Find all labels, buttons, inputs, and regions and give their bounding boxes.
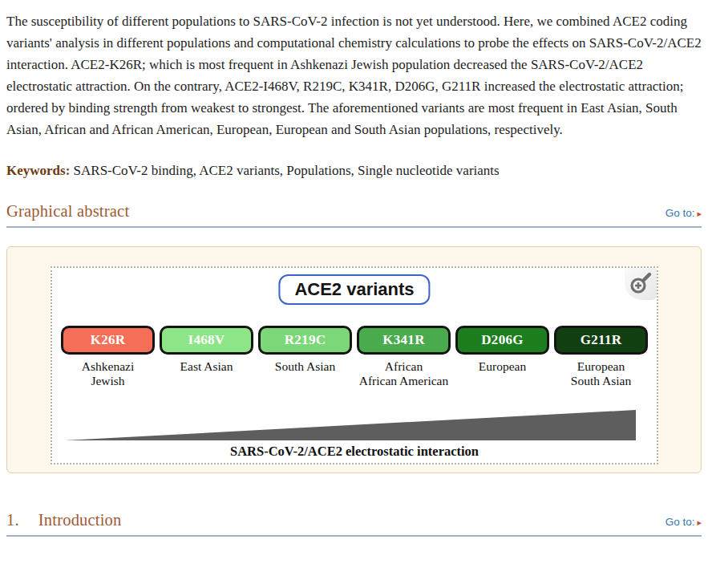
variant-pills-row: K26R I468V R219C K341R D206G G211R [52,326,657,355]
goto-link-introduction[interactable]: Go to:▸ [666,516,702,528]
keywords-label: Keywords: [6,163,70,178]
population-label: EuropeanSouth Asian [554,359,648,388]
zoom-in-icon[interactable] [625,268,657,300]
section-number: 1. [6,511,19,529]
section-title-graphical-abstract: Graphical abstract [6,202,129,221]
figure-title-ace2-variants: ACE2 variants [278,274,430,305]
graphical-abstract-image[interactable]: ACE2 variants K26R I468V R219C K341R D20… [51,266,658,464]
abstract-text: The susceptibility of different populati… [6,10,702,140]
goto-arrow-icon: ▸ [697,209,702,218]
magnifier-plus-glyph [628,271,653,297]
keywords-line: Keywords: SARS-CoV-2 binding, ACE2 varia… [6,161,702,180]
section-title-introduction: 1.Introduction [6,511,122,529]
goto-label: Go to: [666,207,695,219]
variant-pill-d206g: D206G [455,326,549,355]
goto-label: Go to: [666,516,695,528]
interaction-strength-wedge [65,410,636,440]
population-labels-row: AshkenaziJewish East Asian South Asian A… [52,359,657,388]
keywords-text: SARS-CoV-2 binding, ACE2 variants, Popul… [70,163,499,178]
population-label: AshkenaziJewish [61,359,155,388]
population-label: European [455,359,549,388]
variant-pill-i468v: I468V [160,326,253,355]
introduction-header: 1.Introduction Go to:▸ [6,511,702,537]
graphical-abstract-figure-box: ACE2 variants K26R I468V R219C K341R D20… [6,246,702,473]
goto-arrow-icon: ▸ [697,517,702,527]
variant-pill-r219c: R219C [258,326,352,355]
population-label: AfricanAfrican American [357,359,451,388]
variant-pill-k26r: K26R [61,326,155,355]
variant-pill-k341r: K341R [357,326,451,355]
goto-link-graphical-abstract[interactable]: Go to:▸ [666,207,702,219]
population-label: East Asian [160,359,253,388]
article-page: The susceptibility of different populati… [0,0,708,537]
figure-caption: SARS-CoV-2/ACE2 electrostatic interactio… [52,444,657,460]
graphical-abstract-header: Graphical abstract Go to:▸ [6,202,702,228]
variant-pill-g211r: G211R [554,326,648,355]
population-label: South Asian [258,359,352,388]
